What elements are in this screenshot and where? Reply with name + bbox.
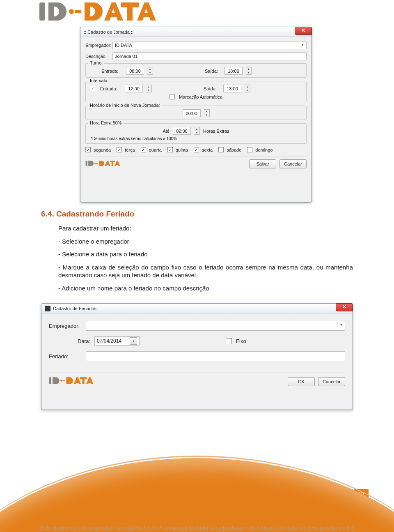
day-sexta-checkbox[interactable]: ✓ [194,147,199,152]
intervalo-saida-label: Saída: [204,86,220,91]
fixo-checkbox[interactable] [226,338,232,344]
nova-jornada-input[interactable]: 00:00 [183,109,201,117]
svg-rect-8 [62,380,65,381]
day-label: quinta [176,147,188,152]
turno-saida-input[interactable]: 18:00 [224,67,243,75]
marcacao-checkbox[interactable] [170,94,175,99]
hora-extra-note: *Demais horas extras serão calculadas a … [90,136,302,141]
day-sabado-checkbox[interactable] [218,147,224,152]
day-segunda-checkbox[interactable]: ✓ [85,147,91,152]
save-button[interactable]: Salvar [249,159,276,168]
day-quinta-checkbox[interactable]: ✓ [167,147,173,152]
feriado-input[interactable] [86,351,345,361]
descricao-input[interactable]: Jornada 01 [112,52,307,60]
svg-rect-3 [86,161,87,166]
dialog-cadastro-feriados: Cadastro de Feriados ✕ Empregador: Data:… [41,303,353,410]
hora-extra-legend: Hora Extra 50% [88,120,124,125]
turno-entrada-label: Entrada: [101,69,123,74]
footer-logo [49,375,94,387]
section-bullet: - Marque a caixa de seleção do campo fix… [58,263,353,279]
hora-extra-input[interactable]: 02:00 [173,127,191,135]
spinner-icon[interactable]: ▲▼ [245,85,250,92]
section-bullet: - Selecione a data para o feriado [58,250,353,258]
day-domingo-checkbox[interactable] [247,147,252,152]
svg-point-4 [94,163,96,164]
disclaimer: (Este documento é de propriedade da empr… [0,525,394,531]
svg-point-7 [60,380,62,382]
spinner-icon[interactable]: ▲▼ [146,85,152,92]
fieldset-intervalo: Intervalo: ✓ Entrada: 12:00 ▲▼ Saída: 13… [85,81,307,102]
close-icon[interactable]: ✕ [336,303,353,311]
window-title: :: Cadastro de Jornada :: [84,30,133,35]
intervalo-checkbox[interactable]: ✓ [90,86,95,91]
day-label: quarta [149,147,162,152]
section-heading: 6.4. Cadastrando Feriado [41,210,353,219]
intervalo-entrada-input[interactable]: 12:00 [125,85,143,92]
empregador-label: Empregador: [85,43,112,48]
section-6-4: 6.4. Cadastrando Feriado Para cadastrar … [41,210,353,297]
spinner-icon[interactable]: ▲▼ [246,67,252,75]
fixo-label: Fixo [236,338,246,344]
day-terca-checkbox[interactable]: ✓ [117,147,122,152]
turno-legend: Turno: [88,60,104,65]
header-logo [39,0,158,25]
section-bullet: - Adicione um nome para o feriado no cam… [58,284,353,292]
svg-rect-0 [39,2,45,21]
intervalo-saida-input[interactable]: 13:00 [223,85,241,92]
ate-label: Até [163,129,170,134]
titlebar: Cadastro de Feriados ✕ [41,304,353,313]
section-bullet: - Selecione o empregador [58,237,353,246]
hora-extra-suffix: Horas Extras [203,129,229,134]
turno-saida-label: Saída: [205,69,221,74]
svg-point-1 [69,9,74,14]
days-row: ✓segunda ✓terça ✓quarta ✓quinta ✓sexta s… [85,147,307,152]
titlebar: :: Cadastro de Jornada :: ✕ [80,27,312,37]
ok-button[interactable]: OK [288,377,315,386]
turno-entrada-input[interactable]: 08:00 [126,67,144,75]
fieldset-turno: Turno: Entrada: 08:00 ▲▼ Saída: 18:00 ▲▼ [85,63,307,78]
dialog-cadastro-jornada: :: Cadastro de Jornada :: ✕ Empregador: … [80,27,312,203]
data-label: Data: [78,338,90,344]
close-icon[interactable]: ✕ [295,27,312,35]
fieldset-nova-jornada: Horário de Início de Nova Jornada: 00:00… [85,106,307,120]
section-intro: Para cadastrar um feriado: [58,224,353,233]
descricao-label: Descrição: [85,54,112,59]
marcacao-label: Marcação Automática [179,94,222,99]
spinner-icon[interactable]: ▲▼ [194,127,200,135]
fieldset-hora-extra: Hora Extra 50% Até 02:00 ▲▼ Horas Extras… [85,123,307,144]
svg-rect-5 [96,163,98,164]
day-quarta-checkbox[interactable]: ✓ [141,147,146,152]
empregador-select[interactable] [86,321,345,331]
nova-jornada-legend: Horário de Início de Nova Jornada: [88,103,162,108]
window-icon [45,306,50,311]
day-label: sexta [202,147,213,152]
cancel-button[interactable]: Cancelar [279,159,307,168]
footer-logo [85,159,121,168]
day-label: domingo [255,147,273,152]
empregador-label: Empregador: [49,323,86,329]
cancel-button[interactable]: Cancelar [318,377,345,386]
footer-arc [0,458,394,532]
window-title: Cadastro de Feriados [53,306,96,311]
svg-rect-2 [75,10,81,13]
svg-rect-6 [49,377,51,384]
intervalo-legend: Intervalo: [88,78,110,83]
day-label: sábado [227,147,241,152]
day-label: terça [125,147,135,152]
day-label: segunda [94,147,111,152]
calendar-icon[interactable]: ▾ [130,337,137,345]
spinner-icon[interactable]: ▲▼ [204,109,210,117]
intervalo-entrada-label: Entrada: [100,86,121,91]
data-input[interactable]: 07/04/2014 ▾ [94,336,140,345]
empregador-select[interactable]: ID DATA [112,41,307,49]
feriado-label: Feriado: [49,353,86,359]
spinner-icon[interactable]: ▲▼ [147,67,153,75]
